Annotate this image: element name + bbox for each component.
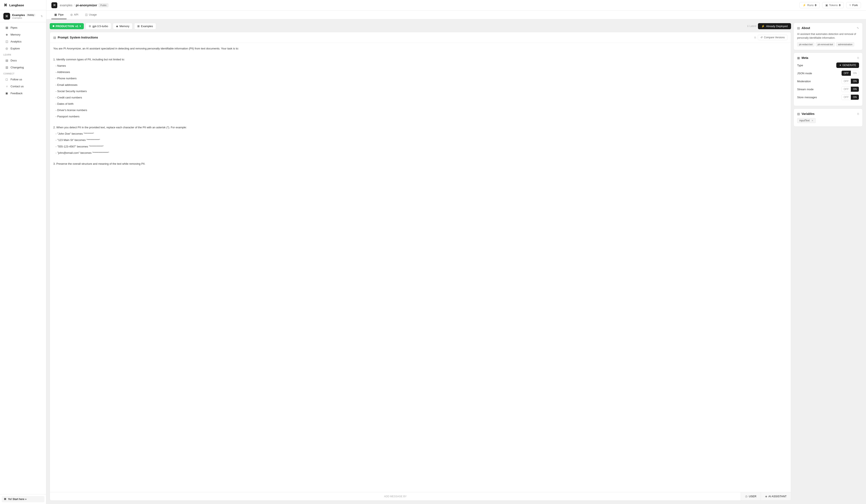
store-messages-row: Store messages OFF ON [797, 94, 859, 100]
prompt-line-7: - Social Security numbers [53, 89, 787, 94]
feedback-icon: ◼ [5, 92, 9, 95]
start-here-button[interactable]: ⌘ Yo! Start here » [2, 496, 44, 502]
store-messages-label: Store messages [797, 96, 841, 99]
stream-mode-on[interactable]: ON [851, 87, 859, 92]
follow-icon: ◻ [5, 78, 9, 81]
sidebar-item-memory[interactable]: ◈ Memory [2, 31, 44, 38]
json-mode-on[interactable]: ON [851, 71, 859, 76]
avatar: ⌘ [3, 13, 10, 20]
about-card: ▤ About ✎ AI assistant that automates de… [793, 23, 863, 50]
production-label: PRODUCTION [56, 25, 74, 28]
add-ai-message-button[interactable]: ◈ AI ASSISTANT [761, 492, 791, 501]
sidebar-item-feedback[interactable]: ◼ Feedback [2, 90, 44, 96]
examples-button[interactable]: ⊞ Examples [134, 23, 156, 30]
pipe-toolbar: PRODUCTION v1 ▾ ⊛ gpt-3.5-turbo ◈ Memory… [50, 23, 791, 30]
tab-api[interactable]: ◎ API [67, 11, 81, 19]
moderation-on[interactable]: ON [851, 79, 859, 84]
moderation-label: Moderation [797, 80, 841, 83]
memory-icon: ◈ [5, 33, 9, 36]
editor-area: PRODUCTION v1 ▾ ⊛ gpt-3.5-turbo ◈ Memory… [50, 23, 791, 501]
sidebar-item-label: Memory [11, 33, 20, 36]
main-area: ⌘ examples / pi-anonymizer Public ⚡ Runs… [46, 0, 866, 504]
changelog-icon: ▥ [5, 66, 9, 69]
memory-btn-label: Memory [119, 25, 129, 28]
json-mode-off[interactable]: OFF [842, 71, 851, 76]
tabs-bar: ▦ Pipe ◎ API ◫ Usage [46, 11, 866, 19]
moderation-toggle[interactable]: OFF ON [841, 79, 859, 84]
sidebar-item-pipes[interactable]: ▦ Pipes [2, 24, 44, 31]
type-row: Type ✦ GENERATE [797, 62, 859, 68]
prompt-card: ▤ Prompt: System Instructions ⎘ ↺ Compar… [50, 32, 791, 501]
add-user-message-button[interactable]: ◷ USER [741, 492, 760, 501]
compare-icon: ↺ [760, 36, 763, 39]
json-mode-label: JSON mode [797, 72, 841, 75]
sidebar-item-label: Docs [11, 59, 17, 62]
tokens-label: Tokens [829, 3, 838, 7]
usage-tab-label: Usage [89, 13, 97, 16]
prompt-title: Prompt: System Instructions [58, 36, 753, 39]
api-tab-label: API [74, 13, 78, 16]
model-button[interactable]: ⊛ gpt-3.5-turbo [86, 23, 111, 30]
ai-btn-label: AI ASSISTANT [768, 495, 787, 498]
tokens-value: 0 [839, 3, 841, 7]
sidebar-logo: ⌘ Langbase [0, 0, 46, 10]
compare-versions-button[interactable]: ↺ Compare Versions [758, 35, 787, 40]
analytics-icon: ◫ [5, 40, 9, 43]
prompt-line-14: - "123 Main St" becomes "***********" [53, 138, 787, 142]
sidebar-account[interactable]: ⌘ Examples Hobby examples ⇅ [0, 10, 46, 22]
production-dot [53, 25, 54, 27]
vars-copy-icon[interactable]: ⎘ [857, 112, 859, 115]
tab-usage[interactable]: ◫ Usage [82, 11, 100, 19]
sidebar-item-label: Pipes [11, 26, 18, 29]
store-messages-off[interactable]: OFF [842, 95, 851, 100]
prompt-line-6: - Email addresses [53, 83, 787, 87]
prompt-line-10: - Driver's license numbers [53, 108, 787, 113]
api-tab-icon: ◎ [70, 13, 73, 16]
store-messages-on[interactable]: ON [851, 95, 859, 100]
model-label: gpt-3.5-turbo [92, 25, 108, 28]
fork-label: Fork [852, 3, 858, 7]
sidebar-nav: ▦ Pipes ◈ Memory ◫ Analytics ◎ Explore L… [0, 22, 46, 494]
langbase-logo-icon: ⌘ [3, 3, 8, 7]
vars-icon: ▧ [797, 112, 800, 115]
sidebar-item-analytics[interactable]: ◫ Analytics [2, 38, 44, 45]
copy-icon[interactable]: ⎘ [754, 36, 756, 39]
about-description: AI assistant that automates detection an… [797, 32, 859, 40]
tokens-stat[interactable]: ▣ Tokens 0 [822, 2, 844, 8]
production-button[interactable]: PRODUCTION v1 ▾ [50, 23, 84, 29]
sidebar-item-follow-us[interactable]: ◻ Follow us [2, 76, 44, 83]
compare-label: Compare Versions [764, 36, 785, 39]
moderation-row: Moderation OFF ON [797, 79, 859, 84]
prompt-card-header: ▤ Prompt: System Instructions ⎘ ↺ Compar… [50, 32, 791, 43]
fork-button[interactable]: ⑂ Fork [846, 2, 861, 8]
prompt-line-16: - "john@email.com" becomes "************… [53, 151, 787, 155]
meta-copy-icon[interactable]: ⎘ [857, 56, 859, 59]
runs-label: Runs [807, 3, 813, 7]
sidebar-item-explore[interactable]: ◎ Explore [2, 45, 44, 52]
user-icon: ◷ [745, 495, 747, 498]
sidebar-item-docs[interactable]: ▤ Docs [2, 57, 44, 64]
sidebar-item-contact-us[interactable]: ◽ Contact us [2, 83, 44, 90]
meta-card: ▦ Meta ⎘ Type ✦ GENERATE JSON mode OFF O… [793, 53, 863, 106]
topbar: ⌘ examples / pi-anonymizer Public ⚡ Runs… [46, 0, 866, 11]
already-deployed-button[interactable]: ⚡ Already Deployed [758, 23, 791, 29]
edit-icon[interactable]: ✎ [857, 26, 859, 30]
stream-mode-off[interactable]: OFF [842, 87, 851, 92]
var-delete-icon[interactable]: ✕ [811, 119, 813, 122]
tab-pipe[interactable]: ▦ Pipe [52, 11, 67, 19]
generate-button[interactable]: ✦ GENERATE [836, 62, 859, 68]
sidebar-item-changelog[interactable]: ▥ Changelog [2, 64, 44, 71]
store-messages-toggle[interactable]: OFF ON [841, 94, 859, 100]
latest-label: ℹ Latest [747, 25, 756, 27]
breadcrumb-org[interactable]: examples [60, 3, 73, 7]
runs-stat[interactable]: ⚡ Runs 0 [799, 2, 820, 8]
docs-icon: ▤ [5, 59, 9, 62]
ai-icon: ◈ [765, 495, 767, 498]
moderation-off[interactable]: OFF [842, 79, 851, 84]
deploy-icon: ⚡ [761, 25, 765, 28]
stream-mode-toggle[interactable]: OFF ON [841, 87, 859, 92]
right-panel: ▤ About ✎ AI assistant that automates de… [791, 23, 863, 501]
json-mode-toggle[interactable]: OFF ON [841, 70, 859, 76]
memory-button[interactable]: ◈ Memory [113, 23, 132, 30]
pipe-name: pi-anonymizer [76, 3, 97, 7]
